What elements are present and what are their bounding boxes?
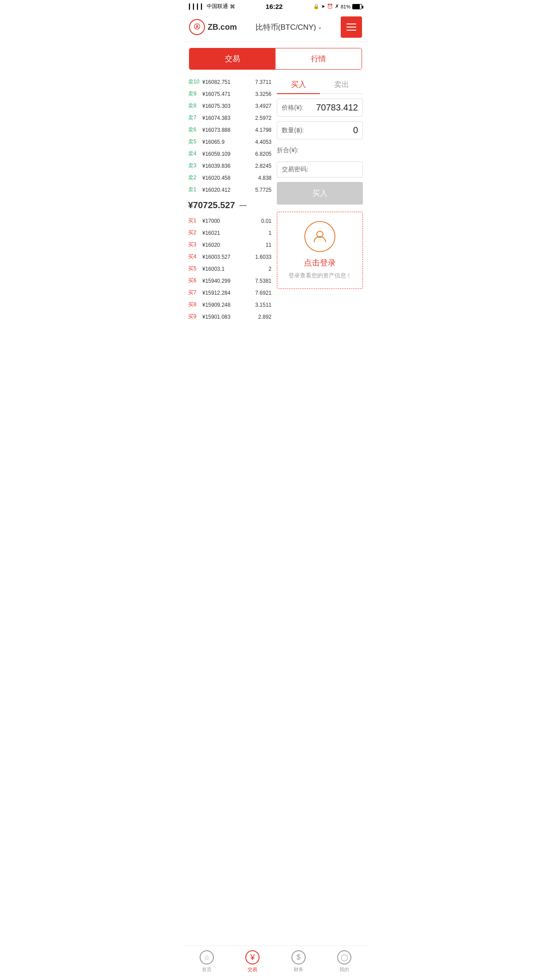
buy-qty: 1.6033 — [255, 254, 272, 260]
sell-order-row[interactable]: 卖9 ¥16075.471 3.3256 — [185, 88, 274, 100]
buy-label: 买6 — [188, 277, 201, 285]
sell-label: 卖1 — [188, 186, 201, 194]
login-text[interactable]: 点击登录 — [282, 257, 358, 268]
buy-price: ¥16003.1 — [201, 266, 268, 272]
buy-order-row[interactable]: 买3 ¥16020 11 — [185, 239, 274, 251]
buy-label: 买5 — [188, 265, 201, 273]
chevron-down-icon: ⌄ — [318, 24, 322, 30]
location-icon: ➤ — [321, 4, 325, 9]
buy-order-row[interactable]: 买6 ¥15940.299 7.5381 — [185, 275, 274, 287]
logo-text: ZB.com — [208, 23, 237, 32]
total-field: 折合(¥): — [277, 144, 363, 157]
sell-order-row[interactable]: 卖10 ¥16082.751 7.3711 — [185, 76, 274, 88]
price-field[interactable]: 价格(¥): 70783.412 — [277, 99, 363, 117]
header: Ⓐ ZB.com 比特币(BTC/CNY) ⌄ — [184, 13, 367, 42]
battery-percent: 81% — [341, 4, 350, 9]
sell-price: ¥16020.412 — [201, 187, 255, 193]
buy-price: ¥15940.299 — [201, 278, 255, 284]
sell-order-row[interactable]: 卖7 ¥16074.383 2.5972 — [185, 112, 274, 124]
sell-label: 卖10 — [188, 78, 201, 86]
sell-order-row[interactable]: 卖1 ¥16020.412 5.7725 — [185, 184, 274, 196]
menu-button[interactable] — [341, 16, 362, 38]
buy-order-row[interactable]: 买9 ¥15901.083 2.892 — [185, 311, 274, 323]
sell-qty: 4.1798 — [255, 127, 272, 133]
buy-button[interactable]: 买入 — [277, 182, 363, 205]
login-area[interactable]: 点击登录 登录查看您的资产信息！ — [277, 212, 363, 289]
sell-label: 卖7 — [188, 114, 201, 122]
sell-price: ¥16039.836 — [201, 163, 255, 169]
order-book: 卖10 ¥16082.751 7.3711 卖9 ¥16075.471 3.32… — [185, 76, 274, 323]
page-title[interactable]: 比特币(BTC/CNY) ⌄ — [256, 22, 323, 32]
sell-order-row[interactable]: 卖6 ¥16073.888 4.1798 — [185, 124, 274, 136]
buy-order-row[interactable]: 买5 ¥16003.1 2 — [185, 263, 274, 275]
sell-order-row[interactable]: 卖5 ¥16065.9 4.4053 — [185, 136, 274, 148]
user-avatar-icon — [304, 221, 335, 252]
alarm-icon: ⏰ — [327, 4, 333, 9]
carrier-name: 中国联通 — [207, 3, 228, 10]
buy-label: 买2 — [188, 229, 201, 237]
buy-label: 买1 — [188, 217, 201, 225]
sell-qty: 2.5972 — [255, 115, 272, 121]
main-tab-bar: 交易 行情 — [189, 48, 362, 70]
quantity-field[interactable]: 数量(฿): 0 — [277, 121, 363, 139]
buy-order-row[interactable]: 买4 ¥16003.527 1.6033 — [185, 251, 274, 263]
tab-trade[interactable]: 交易 — [189, 48, 276, 69]
buy-orders: 买1 ¥17000 0.01 买2 ¥16021 1 买3 ¥16020 11 … — [185, 215, 274, 323]
tab-sell[interactable]: 卖出 — [320, 76, 363, 93]
buy-order-row[interactable]: 买1 ¥17000 0.01 — [185, 215, 274, 227]
sell-price: ¥16073.888 — [201, 127, 255, 133]
sell-label: 卖5 — [188, 138, 201, 146]
sell-price: ¥16074.383 — [201, 115, 255, 121]
sell-order-row[interactable]: 卖3 ¥16039.836 2.8245 — [185, 160, 274, 172]
mid-price-value: ¥70725.527 — [188, 200, 235, 210]
qty-label: 数量(฿): — [282, 126, 304, 134]
lock-icon: 🔒 — [313, 4, 319, 9]
sell-qty: 4.4053 — [255, 139, 272, 145]
sell-orders: 卖10 ¥16082.751 7.3711 卖9 ¥16075.471 3.32… — [185, 76, 274, 196]
status-bar: ▎▎▎▎ 中国联通 ⌘ 16:22 🔒 ➤ ⏰ ✗ 81% — [184, 0, 367, 13]
buy-qty: 7.6921 — [255, 290, 272, 296]
buy-order-row[interactable]: 买8 ¥15909.248 3.1511 — [185, 299, 274, 311]
buy-price: ¥17000 — [201, 218, 261, 224]
tab-market[interactable]: 行情 — [276, 48, 362, 69]
sell-order-row[interactable]: 卖2 ¥16020.458 4.838 — [185, 172, 274, 184]
buy-label: 买4 — [188, 253, 201, 261]
sell-order-row[interactable]: 卖8 ¥16075.303 3.4927 — [185, 100, 274, 112]
buy-order-row[interactable]: 买2 ¥16021 1 — [185, 227, 274, 239]
price-label: 价格(¥): — [282, 104, 303, 112]
buy-price: ¥16003.527 — [201, 254, 255, 260]
buy-qty: 11 — [266, 242, 272, 248]
sell-order-row[interactable]: 卖4 ¥16059.109 6.8205 — [185, 148, 274, 160]
sell-label: 卖9 — [188, 90, 201, 98]
menu-line-2 — [346, 27, 356, 28]
buy-price: ¥15909.248 — [201, 302, 255, 308]
carrier-info: ▎▎▎▎ 中国联通 ⌘ — [189, 3, 235, 10]
sell-price: ¥16082.751 — [201, 79, 255, 85]
sell-qty: 6.8205 — [255, 151, 272, 157]
buy-qty: 1 — [268, 230, 272, 236]
sell-qty: 4.838 — [258, 175, 272, 181]
logo-icon: Ⓐ — [189, 19, 205, 35]
buy-sell-tabs: 买入 卖出 — [277, 76, 363, 94]
login-desc: 登录查看您的资产信息！ — [282, 272, 358, 280]
sell-label: 卖6 — [188, 126, 201, 134]
buy-order-row[interactable]: 买7 ¥15912.284 7.6921 — [185, 287, 274, 299]
sell-qty: 2.8245 — [255, 163, 272, 169]
sell-label: 卖8 — [188, 102, 201, 110]
password-field[interactable]: 交易密码: — [277, 162, 363, 178]
bluetooth-icon: ✗ — [335, 4, 339, 9]
sell-price: ¥16075.303 — [201, 103, 255, 109]
mid-price-row: ¥70725.527 — — [185, 196, 274, 215]
wifi-icon: ⌘ — [230, 4, 235, 10]
menu-line-1 — [346, 24, 356, 24]
battery-icon — [352, 4, 362, 9]
qty-value: 0 — [353, 125, 358, 135]
sell-price: ¥16059.109 — [201, 151, 255, 157]
time-display: 16:22 — [266, 3, 283, 10]
sell-qty: 3.4927 — [255, 103, 272, 109]
menu-line-3 — [346, 30, 356, 31]
sell-label: 卖4 — [188, 150, 201, 158]
tab-buy[interactable]: 买入 — [277, 76, 320, 94]
signal-icon: ▎▎▎▎ — [189, 4, 205, 10]
sell-qty: 3.3256 — [255, 91, 272, 97]
